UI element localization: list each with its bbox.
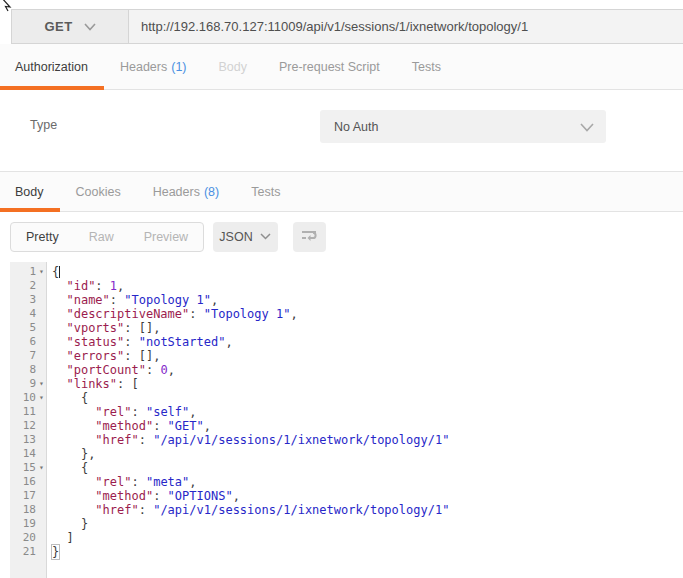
code-line: 2 "id": 1,: [0, 279, 683, 293]
chevron-down-icon: [580, 123, 592, 131]
token-key: "method": [95, 419, 153, 433]
fold-arrow-icon[interactable]: ▾: [36, 461, 47, 475]
code-line: 15▾ {: [0, 461, 683, 475]
line-number: 20: [23, 531, 36, 545]
fold-arrow-icon[interactable]: ▾: [36, 391, 47, 405]
line-number: 19: [23, 517, 36, 531]
token-pun: },: [81, 447, 95, 461]
mode-preview-button[interactable]: Preview: [129, 223, 203, 251]
token-pun: ,: [225, 335, 232, 349]
token-pun: :: [131, 475, 145, 489]
code-line: 8 "portCount": 0,: [0, 363, 683, 377]
line-number: 17: [23, 489, 36, 503]
language-dropdown[interactable]: JSON: [213, 222, 278, 252]
token-pun: {: [52, 265, 59, 279]
code-line: 3 "name": "Topology 1",: [0, 293, 683, 307]
line-number: 5: [29, 321, 36, 335]
code-line: 4 "descriptiveName": "Topology 1",: [0, 307, 683, 321]
tab-pre-request-script[interactable]: Pre-request Script: [263, 44, 396, 89]
token-pun: ]: [66, 531, 73, 545]
token-pun: {: [81, 391, 88, 405]
token-key: "descriptiveName": [66, 307, 189, 321]
code-line: 17 "method": "OPTIONS",: [0, 489, 683, 503]
token-pun: :: [131, 405, 145, 419]
token-pun: :: [124, 335, 138, 349]
mode-raw-button[interactable]: Raw: [74, 223, 129, 251]
token-pun: }: [81, 517, 88, 531]
http-method-label: GET: [44, 19, 72, 34]
token-pun: : [: [117, 377, 139, 391]
token-pun: ,: [168, 363, 175, 377]
token-key: "errors": [66, 349, 124, 363]
tab-count-badge: (8): [204, 185, 219, 199]
tab-label: Body: [219, 60, 248, 74]
language-value: JSON: [219, 230, 252, 244]
line-number: 15: [23, 461, 36, 475]
token-key: "href": [95, 433, 138, 447]
token-str: "self": [146, 405, 189, 419]
line-number: 2: [29, 279, 36, 293]
line-number: 4: [29, 307, 36, 321]
tab-label: Cookies: [76, 185, 121, 199]
mode-pretty-button[interactable]: Pretty: [11, 223, 74, 251]
token-str: "meta": [146, 475, 189, 489]
code-editor[interactable]: 1▾{2 "id": 1,3 "name": "Topology 1",4 "d…: [0, 262, 683, 578]
code-line: 19 }: [0, 517, 683, 531]
code-line: 11 "rel": "self",: [0, 405, 683, 419]
token-key: "name": [66, 293, 109, 307]
tab-headers-request[interactable]: Headers (1): [104, 44, 203, 89]
token-pun: ,: [189, 475, 196, 489]
code-line: 12 "method": "GET",: [0, 419, 683, 433]
tab-headers-response[interactable]: Headers (8): [137, 172, 236, 211]
code-line: 18 "href": "/api/v1/sessions/1/ixnetwork…: [0, 503, 683, 517]
tab-label: Headers: [120, 60, 167, 74]
tab-authorization[interactable]: Authorization: [0, 44, 104, 89]
line-number: 6: [29, 335, 36, 349]
line-number: 14: [23, 447, 36, 461]
fold-arrow-icon[interactable]: ▾: [36, 377, 47, 391]
line-number: 21: [23, 545, 36, 559]
fold-arrow-icon[interactable]: ▾: [36, 265, 47, 279]
request-tabs: Authorization Headers (1) Body Pre-reque…: [0, 44, 683, 90]
url-input[interactable]: http://192.168.70.127:11009/api/v1/sessi…: [129, 10, 683, 43]
token-str: "OPTIONS": [168, 489, 233, 503]
code-line: 7 "errors": [],: [0, 349, 683, 363]
tab-body-response[interactable]: Body: [0, 172, 60, 211]
code-lines: 1▾{2 "id": 1,3 "name": "Topology 1",4 "d…: [0, 265, 683, 559]
http-method-dropdown[interactable]: GET: [12, 10, 129, 43]
line-number: 12: [23, 419, 36, 433]
token-pun: :: [146, 363, 160, 377]
token-key: "rel": [95, 405, 131, 419]
text-wrap-icon: [301, 228, 318, 246]
line-number: 16: [23, 475, 36, 489]
line-number: 7: [29, 349, 36, 363]
tab-label: Tests: [251, 185, 280, 199]
auth-type-dropdown[interactable]: No Auth: [320, 110, 606, 143]
tab-tests-response[interactable]: Tests: [235, 172, 296, 211]
token-pun: : [],: [124, 321, 160, 335]
tab-tests-request[interactable]: Tests: [396, 44, 457, 89]
token-str: "Topology 1": [124, 293, 211, 307]
token-str: "/api/v1/sessions/1/ixnetwork/topology/1…: [153, 503, 449, 517]
wrap-text-button[interactable]: [293, 222, 326, 252]
token-pun: :: [139, 433, 153, 447]
token-pun: :: [153, 419, 167, 433]
code-line: 1▾{: [0, 265, 683, 279]
text-cursor: [59, 266, 60, 278]
line-number: 18: [23, 503, 36, 517]
token-key: "portCount": [66, 363, 145, 377]
authorization-panel: Type No Auth: [0, 90, 683, 171]
tab-cookies[interactable]: Cookies: [60, 172, 137, 211]
code-line: 21}: [0, 545, 683, 559]
response-tabs: Body Cookies Headers (8) Tests: [0, 171, 683, 212]
line-number: 1: [29, 265, 36, 279]
token-pun: ,: [290, 307, 297, 321]
request-url-bar: GET http://192.168.70.127:11009/api/v1/s…: [11, 9, 683, 44]
tab-label: Body: [15, 185, 44, 199]
token-key: "id": [66, 279, 95, 293]
auth-type-value: No Auth: [334, 120, 378, 134]
response-viewer-toolbar: Pretty Raw Preview JSON: [0, 212, 683, 262]
token-pun: ,: [211, 293, 218, 307]
token-pun: ,: [117, 279, 124, 293]
token-pun: :: [153, 489, 167, 503]
